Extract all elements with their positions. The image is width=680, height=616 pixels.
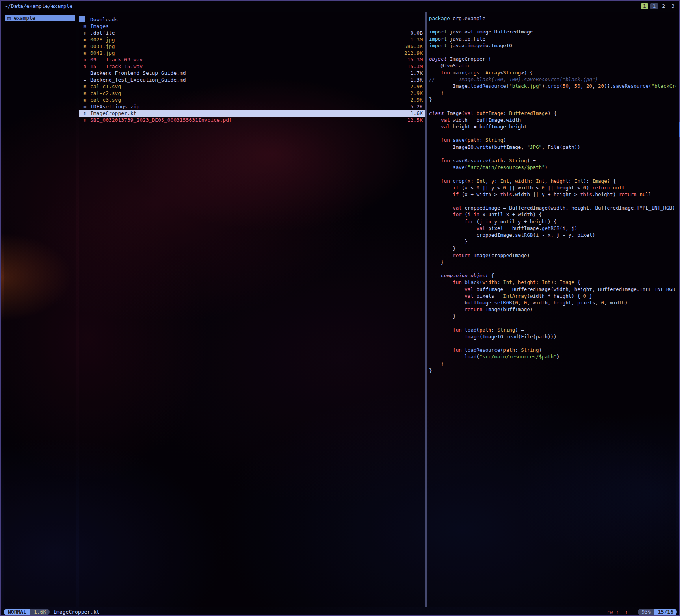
code-line: if (x < 0 || y < 0 || width < 0 || heigh… [429,184,676,191]
code-line: return Image(buffImage) [429,306,676,313]
file-name: 09 - Track 09.wav [90,56,407,63]
file-size: 212.9K [404,50,423,56]
code-line: fun saveResource(path: String) = [429,157,676,164]
tab-3[interactable]: 3 [669,3,677,9]
code-line [429,49,676,56]
file-size: 2.9K [411,90,423,96]
parent-dir-label: example [14,15,35,21]
code-line: } [429,89,676,96]
file-row[interactable]: ▤Images [79,23,425,30]
file-name: Downloads [90,16,423,23]
file-name: 15 - Track 15.wav [90,63,407,70]
file-row[interactable]: ▯.dotfile0.0B [79,30,425,36]
mode-pill: NORMAL 1.6K [4,609,50,616]
code-line [429,319,676,326]
markdown-icon: ≡ [84,76,90,83]
file-name: cal-c1.svg [90,83,411,90]
code-line: for (i in x until x + width) { [429,211,676,218]
code-line: fun save(path: String) = [429,137,676,143]
tab-bar: 1 123 [641,3,677,9]
file-row[interactable]: ≡Backend_Frontend_Setup_Guide.md1.7K [79,70,425,76]
code-line: @JvmStatic [429,62,676,69]
code-line: fun black(width: Int, height: Int): Imag… [429,279,676,286]
file-name: IDEAsettings.zip [90,103,411,110]
image-icon: ▣ [84,50,90,56]
code-line: fun crop(x: Int, y: Int, width: Int, hei… [429,178,676,184]
top-bar: ~/Data/example/example 1 123 [5,2,677,10]
file-size: 15.3M [407,56,423,63]
code-line [429,22,676,28]
tab-2[interactable]: 2 [660,3,667,9]
file-row[interactable]: ∩09 - Track 09.wav15.3M [79,56,425,63]
file-row[interactable]: ▥IDEAsettings.zip5.2K [79,103,425,110]
image-icon: ▣ [84,96,90,103]
file-size: 2.9K [411,96,423,103]
code-line: } [429,313,676,319]
code-line: Image(ImageIO.read(File(path))) [429,333,676,340]
file-name: ImageCropper.kt [90,110,411,117]
code-line: val croppedImage = BufferedImage(width, … [429,204,676,211]
code-line: val pixel = buffImage.getRGB(i, j) [429,225,676,232]
file-name: cal-c3.svg [90,96,411,103]
audio-icon: ∩ [84,63,90,70]
parent-dir-item[interactable]: ▤ example [5,15,75,21]
file-row[interactable]: ▣cal-c2.svg2.9K [79,90,425,96]
code-line [429,130,676,137]
image-icon: ▣ [84,36,90,43]
code-line: val buffImage = BufferedImage(width, hei… [429,286,676,293]
file-row[interactable]: ∩15 - Track 15.wav15.3M [79,63,425,70]
file-row[interactable]: ▣cal-c1.svg2.9K [79,83,425,90]
status-file-name: ImageCropper.kt [53,609,99,615]
code-line: return Image(croppedImage) [429,252,676,259]
file-size: 586.3K [404,43,423,50]
code-line: val height = buffImage.height [429,123,676,130]
code-line: import javax.imageio.ImageIO [429,42,676,49]
file-name: cal-c2.svg [90,90,411,96]
code-line: class Image(val buffImage: BufferedImage… [429,110,676,117]
code-line: } [429,360,676,367]
file-size: 1.7K [411,70,423,76]
file-icon: ▯ [84,30,90,36]
code-line: } [429,245,676,252]
file-name: 0042.jpg [90,50,404,56]
file-size: 5.2K [411,103,423,110]
file-name: 0028.jpg [90,36,411,43]
file-row[interactable]: ▯SBI_0032013739_2023_DE05_0003155631Invo… [79,117,425,123]
code-line: companion object { [429,272,676,279]
code-line: } [429,259,676,265]
file-row[interactable]: ▣0028.jpg1.3M [79,36,425,43]
file-permissions: -rw-r--r-- [604,609,634,615]
code-line [429,198,676,204]
file-name: .dotfile [90,30,411,36]
file-name: 0031.jpg [90,43,404,50]
file-name: Backend_Frontend_Setup_Guide.md [90,70,411,76]
file-row[interactable]: ▣0031.jpg586.3K [79,43,425,50]
code-line: } [429,367,676,374]
file-size-badge: 1.6K [30,609,50,616]
code-line: ImageIO.write(buffImage, "JPG", File(pat… [429,144,676,150]
file-size: 0.0B [411,30,423,36]
parent-pane: ▤ example [4,12,76,607]
code-line: Image.loadResource("black.jpg").crop(50,… [429,83,676,89]
code-line: } [429,238,676,245]
file-row[interactable]: ≡Backend_Test_Execution_Guide.md1.3K [79,76,425,83]
code-line: save("src/main/resources/$path") [429,164,676,171]
code-line [429,171,676,177]
code-line: croppedImage.setRGB(i - x, j - y, pixel) [429,232,676,238]
preview-pane[interactable]: package org.example import java.awt.imag… [426,12,676,607]
parent-cursor-marker [79,16,85,22]
file-row[interactable]: ▯ImageCropper.kt1.6K [79,110,425,117]
code-file-icon: ▯ [84,110,90,117]
code-line: fun main(args: Array<String>) { [429,69,676,76]
archive-icon: ▥ [84,103,90,110]
file-row[interactable]: ▣cal-c3.svg2.9K [79,96,425,103]
code-line [429,340,676,347]
scroll-percent-badge: 93% [638,609,654,616]
file-row[interactable]: ▣0042.jpg212.9K [79,50,425,56]
image-icon: ▣ [84,43,90,50]
code-line: import java.io.File [429,35,676,42]
file-size: 1.3M [411,36,423,43]
file-row[interactable]: ⇓Downloads [79,16,425,23]
tab-1[interactable]: 1 [650,3,658,9]
terminal-window: ~/Data/example/example 1 123 ▤ example ⇓… [0,0,680,616]
